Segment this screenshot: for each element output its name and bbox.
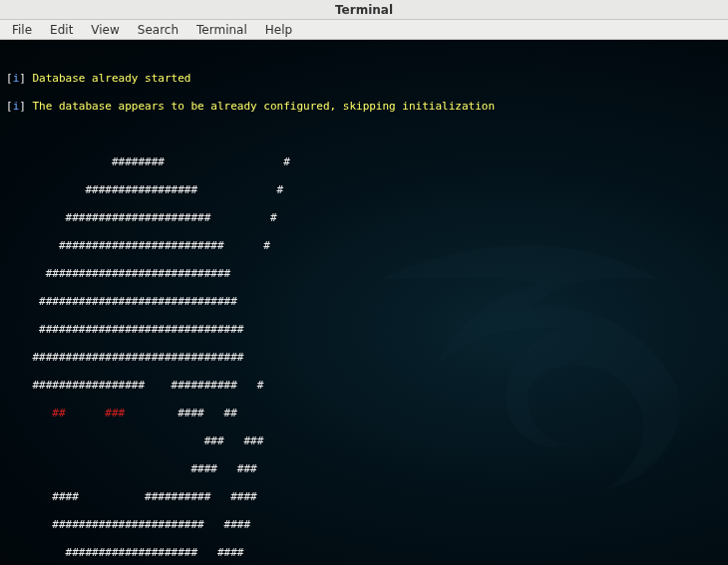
ascii-art: #################### ####	[6, 546, 722, 560]
terminal-output[interactable]: [i] Database already started [i] The dat…	[0, 40, 728, 565]
ascii-art: #### ########## ####	[6, 490, 722, 504]
ascii-art: ################# #	[6, 183, 722, 197]
menu-view[interactable]: View	[83, 21, 127, 39]
menu-terminal[interactable]: Terminal	[188, 21, 255, 39]
terminal-window: Terminal File Edit View Search Terminal …	[0, 0, 728, 565]
menu-help[interactable]: Help	[257, 21, 300, 39]
blank	[6, 128, 722, 141]
info-line-1: [i] Database already started	[6, 72, 722, 86]
ascii-art: ###############################	[6, 323, 722, 337]
info-line-2: [i] The database appears to be already c…	[6, 100, 722, 114]
menu-search[interactable]: Search	[130, 21, 186, 39]
ascii-art: ############################	[6, 267, 722, 281]
window-title: Terminal	[335, 3, 393, 17]
menu-file[interactable]: File	[4, 21, 40, 39]
ascii-art: #### ###	[6, 462, 722, 476]
ascii-art: ################# ########## #	[6, 379, 722, 393]
menubar[interactable]: File Edit View Search Terminal Help	[0, 20, 728, 40]
ascii-art: ### ###	[6, 434, 722, 448]
ascii-art: ################################	[6, 351, 722, 365]
ascii-art: ####################### ####	[6, 518, 722, 532]
menu-edit[interactable]: Edit	[42, 21, 81, 39]
ascii-art: ######################### #	[6, 239, 722, 253]
titlebar: Terminal	[0, 0, 728, 20]
ascii-art: ###################### #	[6, 211, 722, 225]
ascii-art: ######## #	[6, 155, 722, 169]
ascii-art: ##############################	[6, 295, 722, 309]
ascii-art-eyes: ## ### #### ##	[6, 407, 722, 421]
